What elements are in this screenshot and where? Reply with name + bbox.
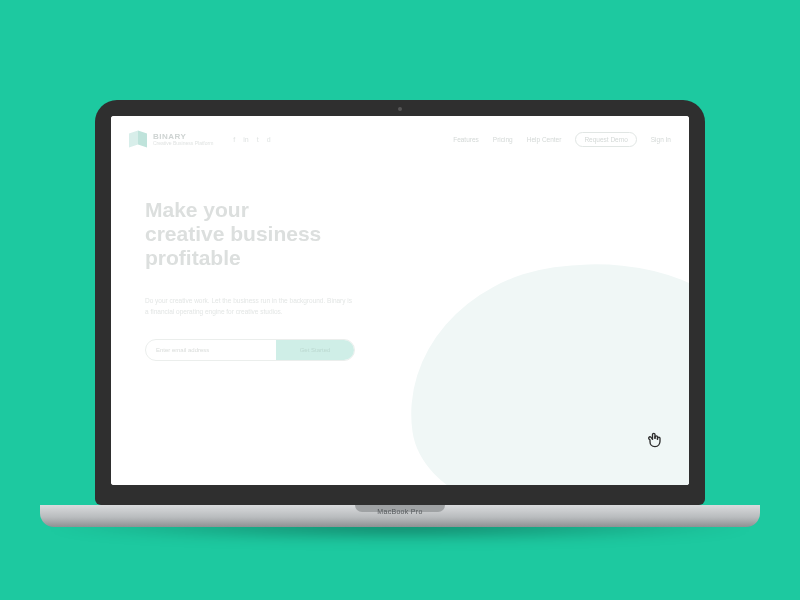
device-label: MacBook Pro [377, 508, 422, 515]
facebook-icon[interactable]: f [233, 136, 235, 143]
dribbble-icon[interactable]: d [267, 136, 271, 143]
social-links: f in t d [233, 136, 270, 143]
linkedin-icon[interactable]: in [243, 136, 248, 143]
get-started-button[interactable]: Get Started [276, 340, 354, 360]
logo-icon [129, 130, 147, 148]
signup-form: Enter email address Get Started [145, 339, 355, 361]
pointer-cursor-icon [645, 429, 665, 451]
hero-title-line2: creative business [145, 222, 321, 245]
twitter-icon[interactable]: t [257, 136, 259, 143]
nav-help-center[interactable]: Help Center [527, 136, 562, 143]
nav-request-demo[interactable]: Request Demo [575, 132, 636, 147]
nav-features[interactable]: Features [453, 136, 479, 143]
website: BINARY Creative Business Platform f in t… [111, 116, 689, 485]
hero-title: Make your creative business profitable [145, 198, 371, 270]
laptop-base: MacBook Pro [40, 505, 760, 527]
nav-links: Features Pricing Help Center Request Dem… [453, 132, 671, 147]
hero-title-line1: Make your [145, 198, 249, 221]
nav-sign-in[interactable]: Sign In [651, 136, 671, 143]
laptop-lid: BINARY Creative Business Platform f in t… [95, 100, 705, 505]
brand-tagline: Creative Business Platform [153, 141, 213, 146]
laptop-mockup: BINARY Creative Business Platform f in t… [95, 100, 705, 527]
hero-section: Make your creative business profitable D… [111, 158, 371, 361]
laptop-screen: BINARY Creative Business Platform f in t… [111, 116, 689, 485]
hero-title-line3: profitable [145, 246, 241, 269]
brand-logo[interactable]: BINARY Creative Business Platform [129, 130, 213, 148]
navbar: BINARY Creative Business Platform f in t… [111, 116, 689, 158]
camera-dot [398, 107, 402, 111]
hero-subtitle: Do your creative work. Let the business … [145, 296, 355, 317]
email-field[interactable]: Enter email address [146, 340, 276, 360]
nav-pricing[interactable]: Pricing [493, 136, 513, 143]
